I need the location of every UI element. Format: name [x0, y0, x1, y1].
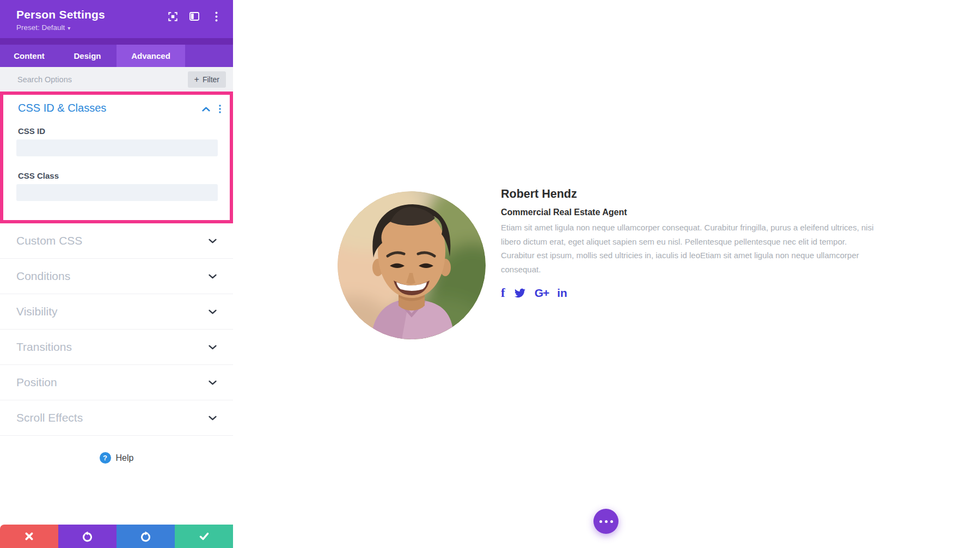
- dot: [610, 520, 613, 523]
- twitter-icon[interactable]: [513, 288, 526, 299]
- close-icon: [25, 532, 33, 540]
- dot: [599, 520, 602, 523]
- social-links: f G+ in: [501, 286, 567, 300]
- section-visibility[interactable]: Visibility: [0, 294, 233, 330]
- discard-button[interactable]: [0, 525, 58, 548]
- dot: [605, 520, 608, 523]
- tab-design[interactable]: Design: [58, 45, 117, 67]
- chevron-down-icon: [209, 239, 217, 243]
- help-button[interactable]: ? Help: [0, 452, 233, 464]
- css-class-input[interactable]: [16, 184, 218, 201]
- tab-advanced[interactable]: Advanced: [117, 45, 185, 67]
- chevron-down-icon: [209, 345, 217, 350]
- caret-down-icon: ▾: [68, 25, 70, 31]
- section-label: Custom CSS: [16, 234, 82, 247]
- chevron-down-icon: [209, 380, 217, 385]
- check-icon: [199, 532, 209, 540]
- header-icon-group: [168, 11, 221, 21]
- person-name: Robert Hendz: [501, 187, 577, 201]
- panel-header: Person Settings Preset: Default▾: [0, 0, 233, 38]
- tab-bar: Content Design Advanced: [0, 38, 233, 67]
- undo-icon: [82, 531, 93, 542]
- person-photo: [338, 191, 486, 339]
- help-label: Help: [116, 453, 134, 463]
- question-icon: ?: [100, 452, 111, 464]
- person-bio: Etiam sit amet ligula non neque ullamcor…: [501, 221, 882, 276]
- section-conditions[interactable]: Conditions: [0, 259, 233, 294]
- split-view-icon[interactable]: [189, 11, 199, 21]
- section-custom-css[interactable]: Custom CSS: [0, 223, 233, 259]
- filter-button[interactable]: + Filter: [188, 71, 226, 88]
- section-label: Visibility: [16, 305, 57, 318]
- kebab-menu-icon[interactable]: [211, 11, 221, 21]
- tab-content-label: Content: [14, 51, 45, 60]
- redo-button[interactable]: [117, 525, 175, 548]
- tab-content[interactable]: Content: [0, 45, 58, 67]
- panel-footer: [0, 525, 233, 548]
- undo-button[interactable]: [58, 525, 117, 548]
- collapsed-sections-list: Custom CSS Conditions Visibility Transit…: [0, 223, 233, 436]
- chevron-up-icon[interactable]: [202, 107, 210, 112]
- chevron-down-icon: [209, 309, 217, 314]
- panel-title: Person Settings: [16, 8, 105, 21]
- expand-icon[interactable]: [168, 11, 177, 21]
- css-section-title[interactable]: CSS ID & Classes: [18, 102, 106, 114]
- css-id-label: CSS ID: [18, 126, 45, 136]
- section-position[interactable]: Position: [0, 365, 233, 400]
- plus-icon: +: [194, 75, 199, 84]
- css-section-controls: [202, 105, 221, 113]
- section-label: Transitions: [16, 340, 72, 354]
- search-row: + Filter: [0, 67, 233, 92]
- tab-design-label: Design: [74, 51, 101, 60]
- section-label: Scroll Effects: [16, 411, 83, 424]
- tab-advanced-label: Advanced: [131, 51, 170, 60]
- section-transitions[interactable]: Transitions: [0, 330, 233, 365]
- settings-panel: Person Settings Preset: Default▾: [0, 0, 233, 548]
- section-label: Conditions: [16, 270, 70, 283]
- google-plus-icon[interactable]: G+: [535, 287, 549, 300]
- css-class-label: CSS Class: [18, 171, 59, 180]
- person-position-title: Commercial Real Estate Agent: [501, 208, 627, 217]
- chevron-down-icon: [209, 416, 217, 421]
- filter-label: Filter: [203, 75, 219, 84]
- module-options-button[interactable]: [593, 509, 618, 534]
- facebook-icon[interactable]: f: [501, 286, 505, 300]
- section-menu-icon[interactable]: [219, 105, 221, 113]
- tab-row: Content Design Advanced: [0, 45, 233, 67]
- css-id-input[interactable]: [16, 139, 218, 156]
- section-label: Position: [16, 376, 57, 389]
- redo-icon: [140, 531, 151, 542]
- page-preview: Robert Hendz Commercial Real Estate Agen…: [233, 0, 980, 548]
- preset-label: Preset: Default: [16, 23, 65, 32]
- save-button[interactable]: [175, 525, 233, 548]
- preset-selector[interactable]: Preset: Default▾: [16, 23, 70, 32]
- linkedin-icon[interactable]: in: [557, 287, 567, 300]
- chevron-down-icon: [209, 274, 217, 279]
- section-scroll-effects[interactable]: Scroll Effects: [0, 400, 233, 436]
- css-id-classes-section: CSS ID & Classes CSS ID CSS Class: [0, 92, 233, 223]
